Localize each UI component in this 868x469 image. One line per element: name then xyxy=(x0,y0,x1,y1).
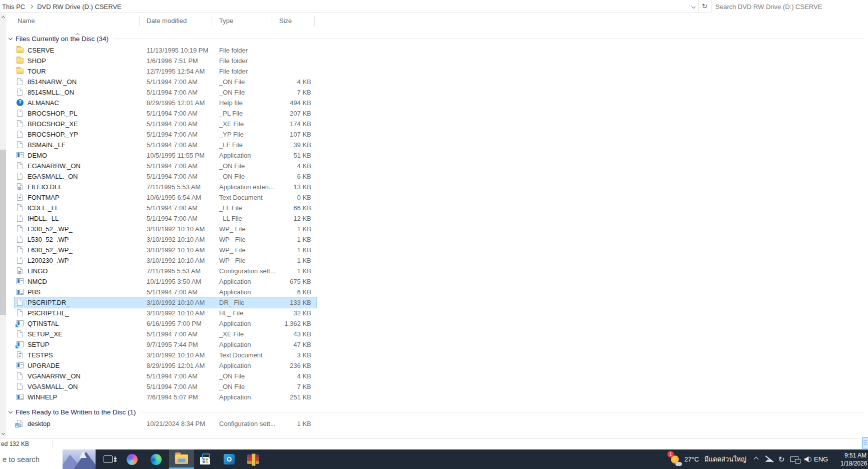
file-name: FONTMAP xyxy=(28,192,60,203)
file-name: QTINSTAL xyxy=(28,318,59,329)
file-list: Files Currently on the Disc (34)CSERVE11… xyxy=(0,0,868,438)
file-row[interactable]: SHOP1/6/1996 7:51 PMFile folder xyxy=(15,56,316,66)
notepad-window-icon[interactable] xyxy=(862,437,868,448)
file-date: 3/10/1992 10:10 AM xyxy=(147,350,205,360)
file-row[interactable]: L330_52_.WP_3/10/1992 10:10 AMWP_ File1 … xyxy=(15,224,316,234)
file-row[interactable]: L530_52_.WP_3/10/1992 10:10 AMWP_ File1 … xyxy=(15,234,316,245)
group-label: Files Ready to Be Written to the Disc (1… xyxy=(16,408,136,416)
file-icon xyxy=(17,141,23,148)
notification-badge: 1 xyxy=(667,451,674,457)
file-type: WP_ File xyxy=(219,234,246,245)
file-row[interactable]: 8514NARW._ON5/1/1994 7:00 AM_ON File4 KB xyxy=(15,77,316,87)
file-type: Application xyxy=(219,318,251,329)
file-date: 3/10/1992 10:10 AM xyxy=(147,255,205,266)
file-row[interactable]: TOUR12/7/1995 12:54 AMFile folder xyxy=(15,66,316,77)
file-type: _LF File xyxy=(219,140,243,150)
file-row[interactable]: QTINSTAL6/16/1995 7:00 PMApplication1,36… xyxy=(15,318,316,329)
edge-button[interactable] xyxy=(145,449,167,469)
file-name: BSMAIN._LF xyxy=(28,140,66,150)
file-row[interactable]: BSMAIN._LF5/1/1994 7:00 AM_LF File39 KB xyxy=(15,140,316,150)
file-name: L630_52_.WP_ xyxy=(28,245,73,255)
file-row[interactable]: SETUP._XE5/1/1994 7:00 AM_XE File43 KB xyxy=(15,329,316,339)
file-row[interactable]: ⚙desktop10/21/2024 8:34 PMConfiguration … xyxy=(15,418,316,429)
group-header[interactable]: Files Ready to Be Written to the Disc (1… xyxy=(9,406,864,417)
weather-icon[interactable]: 1 xyxy=(669,453,681,465)
volume-icon[interactable] xyxy=(800,449,812,469)
file-icon xyxy=(17,162,23,169)
file-row[interactable]: BROCSHOP._XE5/1/1994 7:00 AM_XE File174 … xyxy=(15,119,316,129)
file-size: 43 KB xyxy=(294,329,311,339)
tray-language[interactable]: ENG xyxy=(814,449,828,469)
file-name: 8514NARW._ON xyxy=(28,77,77,87)
file-row[interactable]: SETUP9/7/1995 7:44 PMApplication47 KB xyxy=(15,339,316,350)
winrar-icon xyxy=(247,454,259,464)
file-row[interactable]: BROCSHOP._PL5/1/1994 7:00 AM_PL File207 … xyxy=(15,108,316,119)
file-row[interactable]: NMCD10/1/1995 3:50 AMApplication675 KB xyxy=(15,276,316,287)
file-row[interactable]: VGASMALL._ON5/1/1994 7:00 AM_ON File7 KB xyxy=(15,381,316,392)
file-row[interactable]: EGANARRW._ON5/1/1994 7:00 AM_ON File4 KB xyxy=(15,161,316,171)
config-icon: ⚙ xyxy=(17,267,23,274)
file-icon xyxy=(17,131,23,138)
tray-temperature[interactable]: 27°C xyxy=(684,449,699,469)
onedrive-offline-icon[interactable]: ☁ xyxy=(762,449,774,469)
file-type: Application xyxy=(219,276,251,287)
sync-icon[interactable]: ↻ xyxy=(775,449,787,469)
file-name: NMCD xyxy=(28,276,47,287)
file-row[interactable]: 8514SMLL._ON5/1/1994 7:00 AM_ON File7 KB xyxy=(15,87,316,98)
task-view-button[interactable] xyxy=(97,449,119,469)
file-row[interactable]: IHDLL._LL5/1/1994 7:00 AM_LL File12 KB xyxy=(15,213,316,224)
store-button[interactable] xyxy=(194,449,216,469)
file-type: Application exten... xyxy=(219,182,274,192)
file-row[interactable]: VGANARRW._ON5/1/1994 7:00 AM_ON File4 KB xyxy=(15,371,316,381)
file-row[interactable]: BROCSHOP._YP5/1/1994 7:00 AM_YP File107 … xyxy=(15,129,316,140)
file-size: 133 KB xyxy=(290,297,311,308)
file-name: L200230_.WP_ xyxy=(28,255,73,266)
file-icon xyxy=(17,89,23,96)
file-type: Help file xyxy=(219,98,243,108)
taskbar-search[interactable]: e to search xyxy=(0,449,96,469)
file-row[interactable]: ⚙FILEIO.DLL7/11/1995 5:53 AMApplication … xyxy=(15,182,316,192)
file-type: _ON File xyxy=(219,161,245,171)
tray-chevron-up-icon[interactable] xyxy=(750,449,762,469)
file-date: 10/5/1995 11:55 PM xyxy=(147,150,205,161)
outlook-button[interactable]: O xyxy=(218,449,240,469)
file-name: CSERVE xyxy=(28,45,54,56)
search-highlight-image[interactable] xyxy=(63,449,96,469)
file-size: 1 KB xyxy=(297,245,311,255)
file-row[interactable]: L200230_.WP_3/10/1992 10:10 AMWP_ File1 … xyxy=(15,255,316,266)
file-size: 1 KB xyxy=(297,224,311,234)
file-name: L530_52_.WP_ xyxy=(28,234,73,245)
file-explorer-button[interactable] xyxy=(169,449,194,469)
group-rule xyxy=(114,39,864,39)
file-date: 5/1/1994 7:00 AM xyxy=(147,87,198,98)
file-row[interactable]: FONTMAP10/6/1995 6:54 AMText Document0 K… xyxy=(15,192,316,203)
tray-weather-text[interactable]: มีแดดส่วนใหญ่ xyxy=(704,449,746,469)
file-row[interactable]: ⚙LINGO7/11/1995 5:53 AMConfiguration set… xyxy=(15,266,316,276)
tray-date: 1/18/2026 xyxy=(840,459,866,467)
file-row[interactable]: DEMO10/5/1995 11:55 PMApplication51 KB xyxy=(15,150,316,161)
winrar-button[interactable] xyxy=(242,449,264,469)
file-row[interactable]: PBS5/1/1994 7:00 AMApplication6 KB xyxy=(15,287,316,297)
file-row[interactable]: PSCRIPT.HL_3/10/1992 10:10 AMHL_ File32 … xyxy=(15,308,316,318)
file-row[interactable]: PSCRIPT.DR_3/10/1992 10:10 AMDR_ File133… xyxy=(15,297,316,308)
file-name: VGANARRW._ON xyxy=(28,371,81,381)
file-row[interactable]: UPGRADE8/29/1995 12:01 AMApplication236 … xyxy=(15,360,316,371)
file-size: 494 KB xyxy=(290,98,311,108)
file-size: 7 KB xyxy=(297,381,311,392)
tray-clock[interactable]: 9:51 AM 1/18/2026 xyxy=(840,451,866,467)
file-row[interactable]: CSERVE11/13/1995 10:19 PMFile folder xyxy=(15,45,316,56)
file-icon xyxy=(17,309,23,316)
file-type: _XE File xyxy=(219,329,244,339)
group-header[interactable]: Files Currently on the Disc (34) xyxy=(9,33,864,44)
file-name: WINHELP xyxy=(28,392,57,402)
file-row[interactable]: L630_52_.WP_3/10/1992 10:10 AMWP_ File1 … xyxy=(15,245,316,255)
file-row[interactable]: EGASMALL._ON5/1/1994 7:00 AM_ON File6 KB xyxy=(15,171,316,182)
file-row[interactable]: TESTPS3/10/1992 10:10 AMText Document3 K… xyxy=(15,350,316,360)
file-name: UPGRADE xyxy=(28,360,60,371)
file-row[interactable]: ?ALMANAC8/29/1995 12:01 AMHelp file494 K… xyxy=(15,98,316,108)
file-row[interactable]: WINHELP7/6/1994 5:07 PMApplication251 KB xyxy=(15,392,316,402)
file-row[interactable]: ICDLL._LL5/1/1994 7:00 AM_LL File66 KB xyxy=(15,203,316,213)
file-size: 39 KB xyxy=(294,140,311,150)
network-icon[interactable] xyxy=(788,449,800,469)
copilot-button[interactable] xyxy=(121,449,143,469)
